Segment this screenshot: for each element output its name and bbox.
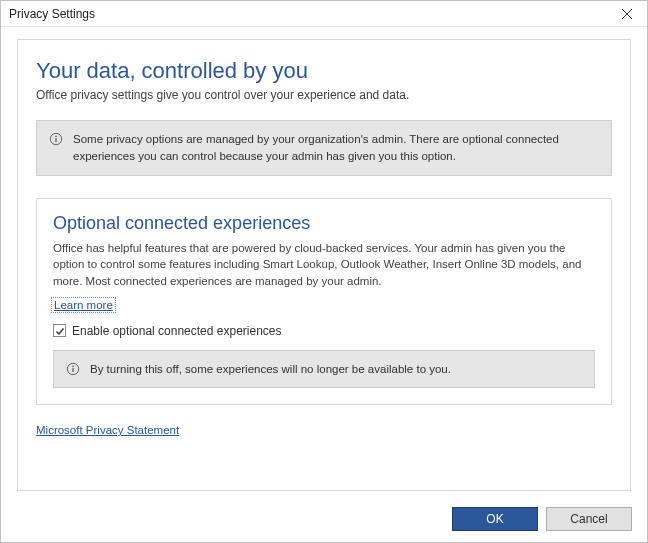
close-button[interactable] [613, 3, 641, 25]
off-warning-text: By turning this off, some experiences wi… [90, 361, 451, 378]
svg-rect-6 [72, 368, 73, 372]
info-icon [49, 131, 63, 146]
info-icon [66, 361, 80, 376]
admin-notice-banner: Some privacy options are managed by your… [36, 120, 612, 175]
svg-rect-3 [55, 139, 56, 143]
main-panel: Your data, controlled by you Office priv… [17, 39, 631, 491]
admin-notice-text: Some privacy options are managed by your… [73, 131, 599, 164]
learn-more-link[interactable]: Learn more [53, 299, 114, 311]
svg-rect-4 [55, 136, 56, 137]
section-title: Optional connected experiences [53, 213, 595, 234]
ok-button[interactable]: OK [452, 507, 538, 531]
content-wrap: Your data, controlled by you Office priv… [1, 27, 647, 491]
enable-optional-label: Enable optional connected experiences [72, 324, 281, 338]
enable-optional-checkbox[interactable] [53, 324, 66, 337]
enable-optional-checkbox-row[interactable]: Enable optional connected experiences [53, 324, 595, 338]
cancel-button[interactable]: Cancel [546, 507, 632, 531]
page-heading: Your data, controlled by you [36, 58, 612, 84]
dialog-button-row: OK Cancel [452, 507, 632, 531]
optional-experiences-section: Optional connected experiences Office ha… [36, 198, 612, 406]
section-body: Office has helpful features that are pow… [53, 240, 595, 290]
svg-rect-7 [72, 365, 73, 366]
close-icon [622, 9, 632, 19]
window-title: Privacy Settings [9, 7, 95, 21]
titlebar: Privacy Settings [1, 1, 647, 27]
privacy-statement-link[interactable]: Microsoft Privacy Statement [36, 424, 179, 436]
off-warning-banner: By turning this off, some experiences wi… [53, 350, 595, 389]
page-subhead: Office privacy settings give you control… [36, 88, 612, 102]
checkmark-icon [55, 326, 65, 336]
footer-link-wrap: Microsoft Privacy Statement [36, 423, 612, 437]
